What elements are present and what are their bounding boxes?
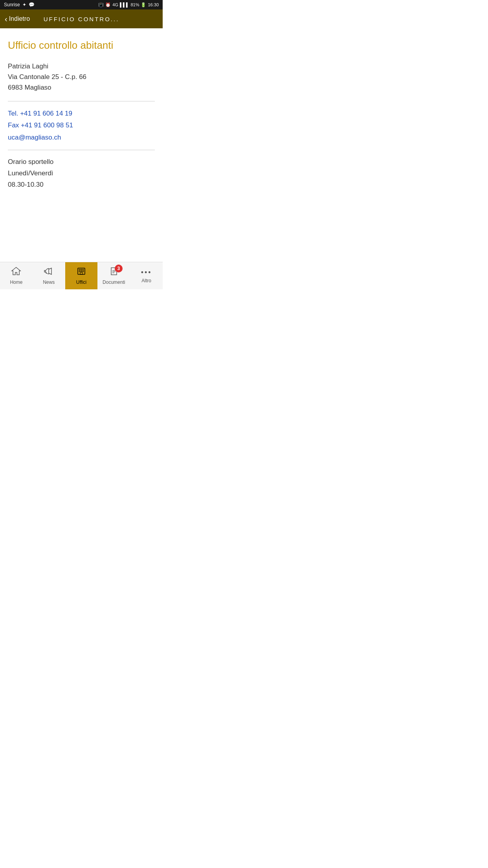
tab-altro-label: Altro (141, 278, 151, 283)
uffici-icon (76, 267, 86, 278)
vibrate-icon: 📳 (98, 2, 104, 7)
back-chevron-icon: ‹ (5, 15, 7, 23)
tab-news-label: News (43, 280, 55, 285)
hours-label: Orario sportello (8, 156, 155, 168)
altro-icon: ••• (141, 268, 152, 277)
hours-days: Lunedì/Venerdì (8, 168, 155, 179)
back-button[interactable]: ‹ Indietro (5, 15, 30, 23)
battery-percent: 81% (130, 2, 139, 7)
signal-icon: ▌▌▌ (120, 2, 129, 7)
hours-times: 08.30-10.30 (8, 179, 155, 191)
home-icon (11, 267, 21, 278)
address-line-2: 6983 Magliaso (8, 82, 155, 93)
svg-rect-4 (79, 271, 80, 272)
app-name: Sunrise (4, 2, 20, 7)
svg-rect-2 (81, 269, 82, 270)
divider-2 (8, 150, 155, 150)
tab-altro[interactable]: ••• Altro (130, 262, 163, 289)
news-icon (44, 267, 54, 278)
phone-link[interactable]: Tel. +41 91 606 14 19 (8, 108, 155, 120)
status-bar-right: 📳 ⏰ 4G ▌▌▌ 81% 🔋 16:30 (98, 2, 159, 7)
message-icon: 💬 (29, 2, 35, 7)
tab-documenti[interactable]: 3 Documenti (97, 262, 130, 289)
contact-block: Tel. +41 91 606 14 19 Fax +41 91 600 98 … (8, 108, 155, 144)
tab-home-label: Home (10, 280, 22, 285)
divider-1 (8, 101, 155, 101)
hours-block: Orario sportello Lunedì/Venerdì 08.30-10… (8, 156, 155, 191)
person-name: Patrizia Laghi (8, 61, 155, 72)
tab-news[interactable]: News (33, 262, 65, 289)
page-title: Ufficio controllo abitanti (8, 39, 155, 51)
fax-link[interactable]: Fax +41 91 600 98 51 (8, 120, 155, 132)
network-type: 4G (112, 2, 118, 7)
status-bar-left: Sunrise ✦ 💬 (4, 2, 35, 7)
tab-uffici[interactable]: Uffici (65, 262, 98, 289)
content-area: Ufficio controllo abitanti Patrizia Lagh… (0, 28, 163, 262)
address-line-1: Via Cantonale 25 - C.p. 66 (8, 72, 155, 82)
svg-rect-6 (83, 271, 84, 272)
wifi-icon: ✦ (22, 2, 26, 7)
time: 16:30 (148, 2, 159, 7)
page-title-header: UFFICIO CONTRO... (44, 16, 119, 22)
tab-home[interactable]: Home (0, 262, 33, 289)
alarm-icon: ⏰ (105, 2, 111, 7)
battery-icon: 🔋 (141, 2, 146, 7)
svg-rect-5 (81, 271, 82, 272)
status-bar: Sunrise ✦ 💬 📳 ⏰ 4G ▌▌▌ 81% 🔋 16:30 (0, 0, 163, 9)
documenti-badge: 3 (115, 265, 123, 272)
tab-bar: Home News Uffici (0, 262, 163, 289)
nav-header: ‹ Indietro UFFICIO CONTRO... (0, 9, 163, 28)
back-label: Indietro (9, 15, 30, 22)
address-block: Patrizia Laghi Via Cantonale 25 - C.p. 6… (8, 61, 155, 93)
svg-rect-3 (83, 269, 84, 270)
svg-rect-1 (79, 269, 80, 270)
email-link[interactable]: uca@magliaso.ch (8, 132, 155, 144)
tab-uffici-label: Uffici (76, 280, 86, 285)
tab-documenti-label: Documenti (103, 280, 125, 285)
